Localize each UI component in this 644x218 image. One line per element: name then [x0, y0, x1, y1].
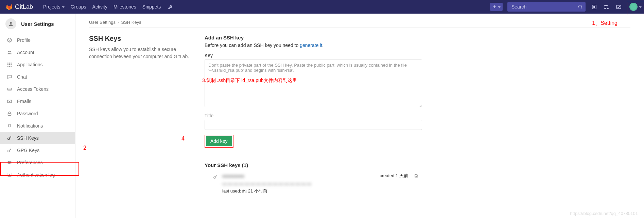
svg-rect-19 [9, 66, 10, 67]
sidebar-item-access-tokens[interactable]: Access Tokens [0, 83, 75, 95]
chevron-down-icon [639, 4, 642, 10]
svg-rect-17 [11, 64, 12, 65]
annotation-2: 2 [83, 145, 86, 151]
nav-groups[interactable]: Groups [71, 4, 86, 10]
sidebar-item-label: SSH Keys [17, 135, 39, 141]
sidebar-item-account[interactable]: Account [0, 46, 75, 58]
trash-icon [414, 173, 419, 179]
main-content: User Settings › SSH Keys SSH Keys SSH ke… [75, 14, 644, 218]
user-icon [5, 18, 16, 29]
sidebar-item-preferences[interactable]: Preferences [0, 156, 75, 169]
nav-projects[interactable]: Projects [43, 4, 65, 10]
add-key-heading: Add an SSH key [205, 35, 422, 40]
svg-rect-12 [7, 63, 8, 64]
key-icon [7, 148, 12, 153]
sidebar-item-password[interactable]: Password [0, 107, 75, 120]
key-icon [213, 174, 218, 180]
svg-rect-18 [7, 66, 8, 67]
annotation-3: 3.复制 .ssh目录下 id_rsa.pub文件内容到这里 [202, 78, 297, 84]
annotation-4: 4 [181, 136, 185, 142]
brand-logo[interactable]: GitLab [5, 3, 33, 11]
sidebar-item-label: Authentication log [17, 172, 55, 178]
add-key-button[interactable]: Add key [206, 136, 232, 146]
nav-milestones[interactable]: Milestones [114, 4, 136, 10]
svg-point-3 [604, 5, 605, 6]
svg-point-2 [593, 6, 595, 7]
sidebar-item-profile[interactable]: Profile [0, 34, 75, 46]
chevron-down-icon [498, 4, 501, 10]
key-last-used: last used: 约 21 小时前 [222, 188, 376, 194]
sidebar-item-label: Password [17, 111, 38, 116]
svg-point-33 [214, 177, 215, 178]
svg-rect-20 [11, 66, 12, 67]
sidebar-item-label: Profile [17, 37, 31, 43]
svg-rect-26 [8, 113, 11, 115]
sidebar-item-auth-log[interactable]: Authentication log [0, 169, 75, 181]
key-label: Key [205, 53, 422, 58]
bell-icon [7, 123, 12, 129]
svg-point-4 [604, 8, 605, 9]
page-description: SSH keys allow you to establish a secure… [89, 46, 198, 60]
nav-activity[interactable]: Activity [92, 4, 107, 10]
svg-point-27 [8, 138, 10, 139]
annotation-box-4: Add key [205, 135, 233, 148]
nav-snippets[interactable]: Snippets [142, 4, 161, 10]
sidebar-item-gpg-keys[interactable]: GPG Keys [0, 144, 75, 156]
search-input[interactable] [507, 2, 586, 12]
page-title: SSH Keys [89, 35, 198, 43]
search-box [507, 2, 586, 12]
key-created: created 1 天前 [380, 173, 408, 179]
sidebar-item-chat[interactable]: Chat [0, 71, 75, 83]
merge-requests-icon[interactable] [603, 4, 610, 10]
search-icon[interactable] [578, 4, 583, 10]
chevron-down-icon [62, 4, 65, 10]
svg-point-31 [8, 163, 10, 164]
key-icon [7, 135, 12, 141]
sidebar-item-label: Preferences [17, 160, 42, 165]
delete-key-button[interactable] [414, 173, 419, 179]
ssh-key-row: xxxxxxxxx xx:xx:xx:xx:xx:xx:xx:xx:xx:xx:… [205, 171, 422, 196]
brand-text: GitLab [15, 3, 33, 11]
key-title-blurred: xxxxxxxxx [222, 173, 376, 180]
svg-rect-13 [9, 63, 10, 64]
title-input[interactable] [205, 120, 422, 130]
sidebar-item-label: Account [17, 50, 34, 55]
chat-icon [7, 74, 12, 80]
sidebar-item-ssh-keys[interactable]: SSH Keys [0, 132, 75, 144]
sliders-icon [7, 160, 12, 165]
log-icon [7, 172, 12, 178]
svg-point-30 [10, 162, 11, 163]
svg-point-23 [9, 89, 10, 89]
sidebar-item-label: Applications [17, 62, 43, 67]
sidebar-item-label: GPG Keys [17, 148, 39, 153]
generate-it-link[interactable]: generate it [300, 43, 322, 48]
user-avatar-icon [629, 3, 638, 11]
breadcrumb-item[interactable]: User Settings [89, 20, 116, 25]
svg-point-10 [8, 51, 10, 52]
sidebar-item-emails[interactable]: Emails [0, 95, 75, 107]
todos-icon[interactable] [615, 4, 622, 10]
top-navbar: GitLab Projects Groups Activity Mileston… [0, 0, 644, 14]
sidebar-item-notifications[interactable]: Notifications [0, 120, 75, 132]
issues-icon[interactable] [590, 4, 598, 10]
svg-point-9 [9, 39, 10, 40]
token-icon [7, 86, 12, 92]
breadcrumb-item: SSH Keys [121, 20, 141, 25]
sidebar: User Settings Profile Account Applicatio… [0, 14, 75, 218]
svg-point-0 [579, 5, 582, 8]
applications-icon [7, 62, 12, 67]
add-key-hint: Before you can add an SSH key you need t… [205, 43, 422, 48]
user-menu[interactable] [627, 2, 644, 15]
svg-point-29 [8, 161, 9, 162]
watermark: https://blog.csdn.net/qq_40785101 [570, 211, 638, 216]
new-dropdown[interactable] [490, 3, 503, 11]
svg-point-5 [607, 8, 608, 9]
svg-rect-15 [7, 64, 8, 65]
svg-rect-14 [11, 63, 12, 64]
breadcrumb: User Settings › SSH Keys [89, 14, 630, 28]
chevron-right-icon: › [118, 20, 119, 25]
profile-icon [7, 37, 12, 43]
sidebar-item-applications[interactable]: Applications [0, 58, 75, 71]
admin-wrench-icon[interactable] [167, 4, 174, 10]
svg-point-22 [8, 89, 9, 89]
